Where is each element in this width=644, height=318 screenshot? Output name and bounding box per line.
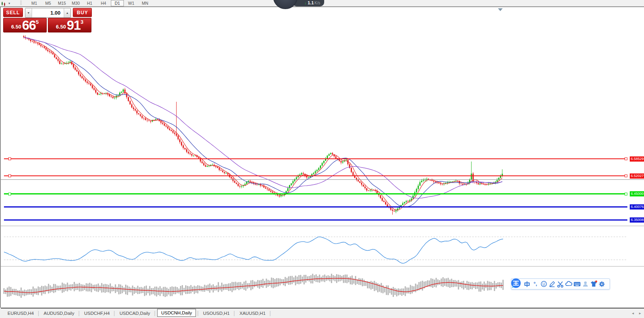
sell-price-display[interactable]: 6.50 66 5 [3,18,47,32]
price-level-line-6.40076[interactable] [4,206,627,208]
chart-tab-USDCHF[interactable]: USDCHF,H4 [82,310,113,317]
volume-input[interactable]: 1.00 [32,8,63,17]
volume-stepper: ▼ 1.00 ▲ [25,8,71,18]
timeframe-button-W1[interactable]: W1 [125,0,138,6]
line-drag-handle[interactable] [8,192,11,195]
handwriting-icon[interactable] [548,279,556,289]
sell-price-pip: 5 [36,19,38,25]
download-speed-value: 1.1 [308,0,313,6]
price-label-6.58529: 6.58529 [630,156,644,162]
oscillator-pane[interactable] [1,226,644,266]
line-drag-handle[interactable] [625,175,627,177]
chart-tabs: EURUSD,H4│AUDUSD,Daily│USDCHF,H4│USDCAD,… [5,310,273,317]
price-label-6.35008: 6.35008 [630,217,644,223]
timeframe-button-M5[interactable]: M5 [42,0,55,6]
main-price-pane[interactable] [1,7,644,226]
timeframe-button-H1[interactable]: H1 [83,0,96,6]
buy-price-display[interactable]: 6.50 91 3 [48,18,91,32]
buy-price-pip: 3 [80,19,83,25]
network-speed-widget[interactable]: ↓ 1.1 K/s [293,0,324,6]
timeframe-button-D1[interactable]: D1 [111,0,124,6]
toolbar-grip[interactable] [20,1,22,6]
price-label-6.45000: 6.45000 [630,191,644,196]
current-bid-line [1,179,644,180]
chart-window: 6.585296.520276.450006.400766.35008 [0,7,644,308]
price-level-line-6.52027[interactable] [4,175,627,176]
timeframe-buttons: M1M5M15M30H1H4D1W1MN [27,0,152,6]
download-arrow-icon: ↓ [304,0,306,6]
timeframe-button-M30[interactable]: M30 [69,0,82,6]
settings-gear-icon[interactable] [598,279,606,289]
ime-logo-icon[interactable] [511,278,523,290]
buy-price-prefix: 6.50 [56,22,66,32]
screenshot-scissors-icon[interactable] [556,279,564,289]
tab-separator: │ [37,311,40,316]
tab-separator: │ [78,311,81,316]
tab-separator: │ [269,311,272,316]
emoji-icon[interactable] [540,279,548,289]
price-label-6.40076: 6.40076 [630,204,644,209]
price-level-line-6.35008[interactable] [4,219,627,221]
chart-tab-AUDUSD[interactable]: AUDUSD,Daily [41,310,77,317]
buy-button[interactable]: BUY [73,8,92,17]
chart-tab-EURUSD[interactable]: EURUSD,H4 [5,310,36,317]
sell-price-prefix: 6.50 [11,22,21,32]
one-click-trade-panel: SELL ▼ 1.00 ▲ BUY 6.50 66 5 6.50 91 3 [3,8,92,32]
price-level-line-6.58529[interactable] [4,158,627,159]
line-drag-handle[interactable] [8,175,11,177]
chart-type-dropdown-caret[interactable]: ▼ [8,2,11,5]
line-drag-handle[interactable] [625,192,627,195]
timeframe-button-M1[interactable]: M1 [28,0,41,6]
account-person-icon[interactable] [581,279,589,289]
price-label-6.52027: 6.52027 [630,173,644,179]
panel-collapse-caret[interactable] [498,8,503,11]
candlestick-chart-icon[interactable] [1,1,6,6]
cloud-sync-icon[interactable] [564,279,573,289]
timeframe-button-MN[interactable]: MN [139,0,152,6]
ime-toolbar: °, [511,278,610,289]
tab-separator: │ [197,311,199,316]
virtual-keyboard-icon[interactable] [573,279,581,289]
chart-tab-USDCAD[interactable]: USDCAD,Daily [117,310,153,317]
tab-separator: │ [113,311,116,316]
sell-button[interactable]: SELL [3,8,23,17]
chart-tab-XAUUSD[interactable]: XAUUSD,H1 [237,310,268,317]
line-drag-handle[interactable] [8,158,11,160]
tab-separator: │ [154,311,156,316]
tab-scroll-right-arrow[interactable]: ► [638,312,642,315]
buy-price-main: 91 [67,19,81,32]
price-level-line-6.45000[interactable] [4,193,627,194]
chart-tab-USOUSD[interactable]: USOUSD,H1 [200,310,232,317]
mt4-application-window: ▼ M1M5M15M30H1H4D1W1MN 6.585296.520276.4… [0,0,644,318]
timeframe-button-M15[interactable]: M15 [55,0,68,6]
chinese-mode-icon[interactable] [523,279,531,289]
punctuation-icon[interactable]: °, [531,279,540,289]
volume-decrease-caret[interactable]: ▼ [25,8,32,17]
tab-scroll-left-arrow[interactable]: ◄ [631,312,635,315]
timeframe-button-H4[interactable]: H4 [97,0,110,6]
sell-price-main: 66 [22,19,36,32]
chart-tab-USDCNH[interactable]: USDCNH,Daily [157,309,196,317]
chart-tab-bar: EURUSD,H4│AUDUSD,Daily│USDCHF,H4│USDCAD,… [0,308,644,318]
volume-increase-caret[interactable]: ▲ [64,8,71,17]
skin-tshirt-icon[interactable] [589,279,598,289]
line-drag-handle[interactable] [625,158,627,160]
download-speed-unit: K/s [315,0,320,6]
tab-separator: │ [233,311,236,316]
